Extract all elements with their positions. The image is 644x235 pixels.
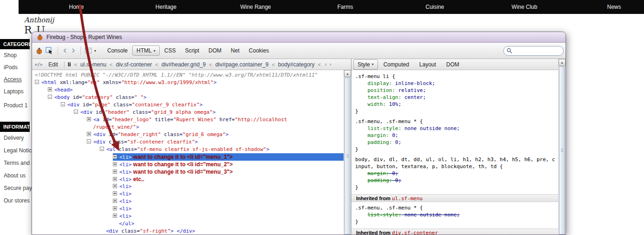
search-input[interactable] — [503, 46, 564, 56]
sidebar-item-shop[interactable]: Shop — [0, 49, 35, 61]
sidebar-item-our-stores[interactable]: Our stores — [0, 195, 35, 207]
tree-node-div-page[interactable]: -<div id="page" class="container_9 clear… — [32, 101, 344, 109]
tree-node-a-header-logo[interactable]: +<a id="header_logo" title="Rupert Wines… — [32, 116, 344, 124]
css-property-line-overridden[interactable]: padding: 0; — [355, 177, 558, 184]
sidebar-item-secure-payment[interactable]: Secure pay — [0, 182, 35, 195]
nav-wine-club[interactable]: Wine Club — [480, 0, 569, 14]
nav-heritage[interactable]: Heritage — [121, 0, 211, 14]
tree-node-ul-sf-menu[interactable]: -<ul class="sf-menu clearfix sf-js-enabl… — [32, 146, 344, 153]
tree-node-li[interactable]: +<li> — [32, 183, 344, 190]
breadcrumb-scroll-arrows[interactable]: ‹ › — [325, 62, 332, 67]
shop-sidebar: CATEGORIES Shop iPods Access Laptops Pro… — [0, 39, 35, 207]
tab-html[interactable]: HTML ▾ — [132, 46, 160, 56]
tab-side-dom[interactable]: DOM — [442, 59, 464, 70]
css-selector-line[interactable]: .sf-menu, .sf-menu * { — [355, 118, 558, 125]
back-icon[interactable] — [62, 48, 68, 53]
firebug-titlebar[interactable]: Firebug - Shop - Rupert Wines — [32, 32, 566, 43]
logo-script-text: Anthonij — [24, 16, 54, 24]
breadcrumb-div-header[interactable]: div#header.grid_9 — [162, 61, 206, 68]
breadcrumb-ul-sf-menu[interactable]: ul.sf-menu — [80, 61, 106, 68]
css-property-line[interactable]: list-style: none outside none; — [355, 125, 558, 132]
tree-node-div-sf-contener[interactable]: -<div class="sf-contener clearfix"> — [32, 138, 344, 146]
tree-node-li[interactable]: +<li> etc.. — [32, 176, 344, 183]
breadcrumb-li[interactable]: li — [68, 61, 71, 68]
css-property-line[interactable]: width: 10%; — [355, 101, 558, 108]
css-selector-line[interactable]: body, div, dl, dt, dd, ul, ol, li, h1, h… — [355, 156, 558, 163]
css-close-brace: } — [355, 218, 558, 225]
tree-node-li[interactable]: +<li> — [32, 190, 344, 198]
tab-css[interactable]: CSS — [160, 45, 181, 56]
scrollbar-thumb[interactable] — [345, 78, 351, 235]
css-selector-line[interactable]: .sf-menu, .sf-menu * { — [355, 204, 558, 211]
tree-node-li[interactable]: +<li> — [32, 213, 344, 220]
side-panel-tabs: Style ▾ Computed Layout DOM — [351, 59, 558, 70]
nav-wine-range[interactable]: Wine Range — [211, 0, 300, 14]
tree-node-li[interactable]: +<li> — [32, 205, 344, 213]
tab-net[interactable]: Net — [226, 45, 244, 56]
css-property-line[interactable]: position: relative; — [355, 87, 558, 94]
scroll-up-button[interactable]: ▲ — [559, 59, 566, 66]
sidebar-item-about-us[interactable]: About us — [0, 170, 35, 182]
tree-node-body[interactable]: -<body id="category" class=" "> — [32, 94, 344, 101]
css-property-line[interactable]: padding: 0; — [355, 139, 558, 146]
tree-node-li[interactable]: +<li> — [32, 198, 344, 205]
site-navbar: Home Heritage Wine Range Farms Cuisine W… — [19, 0, 644, 14]
tab-dom[interactable]: DOM — [204, 45, 226, 56]
edit-button[interactable]: Edit — [46, 60, 61, 69]
tab-layout[interactable]: Layout — [415, 59, 441, 70]
tree-node-li-selected[interactable]: +<li> want to change it to <li id="menu_… — [32, 153, 344, 161]
css-property-line-overridden[interactable]: list-style: none outside none; — [355, 211, 558, 218]
tab-cookies[interactable]: Cookies — [244, 45, 273, 56]
breadcrumb-div-page[interactable]: div#page.container_9 — [215, 61, 269, 68]
tree-node-div-header[interactable]: -<div id="header" class="grid_9 alpha om… — [32, 109, 344, 116]
firebug-menu-icon[interactable] — [36, 47, 43, 54]
tree-node-div-sf-right[interactable]: <div class="sf-right"> </div> — [32, 228, 344, 235]
chevron-down-icon[interactable]: ▾ — [94, 49, 96, 53]
nav-cuisine[interactable]: Cuisine — [390, 0, 480, 14]
breadcrumb-div-sf-contener[interactable]: div.sf-contener — [116, 61, 152, 68]
tab-console[interactable]: Console — [103, 45, 132, 56]
inherited-from-ul-header[interactable]: Inherited from ul.sf-menu — [351, 194, 558, 202]
sidebar-item-product1[interactable]: Product 1 — [0, 99, 35, 111]
css-selector-line[interactable]: .sf-menu li { — [355, 73, 558, 80]
css-selector-line[interactable]: input, button, textarea, p, blockquote, … — [355, 163, 558, 170]
css-rules-list: .sf-menu li { display: inline-block; pos… — [351, 70, 558, 235]
forward-icon[interactable] — [71, 48, 76, 53]
tab-script[interactable]: Script — [180, 45, 204, 56]
tree-node-li[interactable]: +<li> want to change it to <li id="menu_… — [32, 161, 344, 168]
vertical-scrollbar[interactable]: ▲ — [558, 59, 566, 235]
css-property-line[interactable]: text-align: center; — [355, 94, 558, 101]
css-property-line-overridden[interactable]: margin: 0; — [355, 170, 558, 177]
css-property-line[interactable]: display: inline-block; — [355, 80, 558, 87]
nav-home[interactable]: Home — [32, 0, 121, 14]
tree-node-ul-close[interactable]: </ul> — [32, 220, 344, 228]
inherited-from-div-header[interactable]: Inherited from div.sf-contener — [351, 228, 558, 235]
sidebar-item-terms[interactable]: Terms and c — [0, 157, 35, 170]
search-box — [503, 46, 564, 56]
chevron-down-icon: ▾ — [154, 49, 156, 53]
sidebar-item-laptops[interactable]: Laptops — [0, 85, 35, 98]
tree-node-head[interactable]: +<head> — [32, 86, 344, 94]
vertical-scrollbar[interactable]: ▲ — [344, 70, 351, 235]
tree-node-html[interactable]: -<html xml:lang="en" xmlns="http://www.w… — [32, 79, 344, 86]
css-property-line[interactable]: margin: 0; — [355, 132, 558, 139]
sidebar-item-delivery[interactable]: Delivery — [0, 132, 35, 144]
css-rule-reset: body, div, dl, dt, dd, ul, ol, li, h1, h… — [355, 156, 558, 191]
scroll-up-button[interactable]: ▲ — [344, 70, 351, 77]
sidebar-item-access[interactable]: Access — [0, 73, 35, 85]
sidebar-item-ipods[interactable]: iPods — [0, 61, 35, 73]
scrollbar-thumb[interactable] — [559, 66, 565, 235]
inspect-element-icon[interactable] — [46, 47, 53, 55]
information-header: INFORMATION — [0, 122, 30, 132]
tree-node-li[interactable]: +<li> want to change it to <li id="menu_… — [32, 168, 344, 176]
nav-farms[interactable]: Farms — [300, 0, 390, 14]
breadcrumb-body-category[interactable]: body#category — [278, 61, 315, 68]
panel-list-icon[interactable] — [85, 48, 91, 53]
tab-style[interactable]: Style ▾ — [353, 59, 378, 70]
nav-news[interactable]: News — [569, 0, 644, 14]
tree-node-a-header-logo-wrap[interactable]: /rupert_wine/"> — [32, 124, 344, 131]
tab-computed[interactable]: Computed — [379, 59, 414, 70]
sidebar-item-legal-notice[interactable]: Legal Notice — [0, 144, 35, 157]
tree-node-div-header-right[interactable]: +<div id="header_right" class="grid_6 om… — [32, 131, 344, 138]
breadcrumb-separator: < — [74, 62, 77, 67]
